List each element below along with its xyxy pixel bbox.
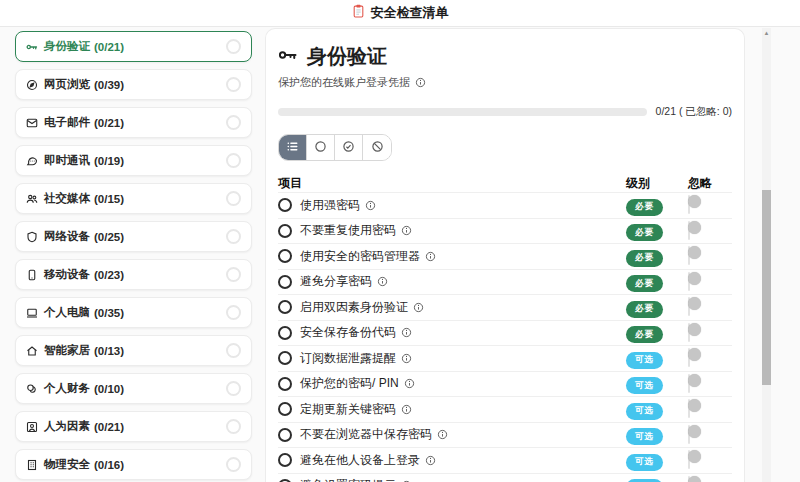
level-badge: 必要 <box>626 275 663 292</box>
coins-icon <box>26 383 38 395</box>
item-label: 启用双因素身份验证 <box>300 299 408 316</box>
ignore-toggle[interactable] <box>688 272 690 291</box>
progress-row: 0/21 ( 已忽略: 0) <box>278 105 732 119</box>
sidebar-item-3[interactable]: 即时通讯 (0/19) <box>15 145 252 176</box>
ignore-toggle[interactable] <box>688 399 690 418</box>
item-checkbox[interactable] <box>278 300 292 314</box>
ignore-toggle[interactable] <box>688 425 690 444</box>
sidebar-item-11[interactable]: 物理安全 (0/16) <box>15 449 252 480</box>
checklist-row: 启用双因素身份验证 必要 <box>278 294 732 320</box>
sidebar-item-10[interactable]: 人为因素 (0/21) <box>15 411 252 442</box>
info-icon[interactable] <box>413 302 424 313</box>
section-title: 身份验证 <box>307 43 387 70</box>
progress-ring-icon <box>226 419 241 434</box>
ignore-toggle[interactable] <box>688 195 690 214</box>
envelope-icon <box>26 117 38 129</box>
info-icon[interactable] <box>415 77 426 88</box>
shield-icon <box>26 231 38 243</box>
sidebar-item-1[interactable]: 网页浏览 (0/39) <box>15 69 252 100</box>
level-badge: 必要 <box>626 250 663 267</box>
level-badge: 必要 <box>626 199 663 216</box>
app-header: 安全检查清单 <box>0 0 800 27</box>
table-header: 项目 级别 忽略 <box>278 174 732 192</box>
progress-bar <box>278 108 647 116</box>
info-icon[interactable] <box>401 404 412 415</box>
sidebar-item-label: 人为因素 <box>44 419 90 434</box>
ignore-toggle[interactable] <box>688 323 690 342</box>
filter-todo-button[interactable] <box>307 135 335 160</box>
key-icon <box>278 45 298 69</box>
progress-ring-icon <box>226 343 241 358</box>
key-icon <box>26 41 38 53</box>
desktop-icon <box>26 307 38 319</box>
checklist-row: 避免分享密码 必要 <box>278 269 732 295</box>
sidebar-item-4[interactable]: 社交媒体 (0/15) <box>15 183 252 214</box>
sidebar-item-count: (0/19) <box>94 155 124 167</box>
progress-ring-icon <box>226 191 241 206</box>
mobile-icon <box>26 269 38 281</box>
list-icon <box>286 140 299 156</box>
circle-icon <box>314 140 327 156</box>
info-icon[interactable] <box>365 200 376 211</box>
sidebar-item-9[interactable]: 个人财务 (0/10) <box>15 373 252 404</box>
sidebar-item-0[interactable]: 身份验证 (0/21) <box>15 31 252 62</box>
building-icon <box>26 459 38 471</box>
users-icon <box>26 193 38 205</box>
item-label: 避免分享密码 <box>300 273 372 290</box>
checklist-row: 保护您的密码/ PIN 可选 <box>278 371 732 397</box>
item-checkbox[interactable] <box>278 377 292 391</box>
section-title-row: 身份验证 <box>278 43 732 70</box>
info-icon[interactable] <box>425 455 436 466</box>
progress-ring-icon <box>226 115 241 130</box>
ignore-toggle[interactable] <box>688 476 690 482</box>
item-checkbox[interactable] <box>278 402 292 416</box>
info-icon[interactable] <box>425 251 436 262</box>
info-icon[interactable] <box>401 327 412 338</box>
section-subtitle-row: 保护您的在线账户登录凭据 <box>278 75 732 90</box>
info-icon[interactable] <box>401 225 412 236</box>
item-checkbox[interactable] <box>278 428 292 442</box>
filter-ignored-button[interactable] <box>363 135 391 160</box>
item-checkbox[interactable] <box>278 326 292 340</box>
item-label: 避免设置密码提示 <box>300 477 396 482</box>
sidebar-item-label: 物理安全 <box>44 457 90 472</box>
sidebar-item-count: (0/21) <box>94 41 124 53</box>
ignore-toggle[interactable] <box>688 450 690 469</box>
sidebar-item-count: (0/21) <box>94 421 124 433</box>
page-scrollbar[interactable]: ▲ <box>762 28 771 482</box>
item-checkbox[interactable] <box>278 249 292 263</box>
info-icon[interactable] <box>377 276 388 287</box>
sidebar-item-7[interactable]: 个人电脑 (0/35) <box>15 297 252 328</box>
sidebar-item-5[interactable]: 网络设备 (0/25) <box>15 221 252 252</box>
info-icon[interactable] <box>404 378 415 389</box>
checklist-row: 避免在他人设备上登录 可选 <box>278 447 732 473</box>
column-header-ignore: 忽略 <box>688 175 732 192</box>
sidebar-item-count: (0/15) <box>94 193 124 205</box>
item-checkbox[interactable] <box>278 198 292 212</box>
scrollbar-up-arrow[interactable]: ▲ <box>762 29 771 37</box>
sidebar-item-2[interactable]: 电子邮件 (0/21) <box>15 107 252 138</box>
item-checkbox[interactable] <box>278 275 292 289</box>
sidebar-item-label: 社交媒体 <box>44 191 90 206</box>
app-window: 安全检查清单 身份验证 (0/21) 网页浏览 (0/39) 电子邮件 (0/2… <box>0 0 800 482</box>
item-checkbox[interactable] <box>278 351 292 365</box>
sidebar-item-8[interactable]: 智能家居 (0/13) <box>15 335 252 366</box>
info-icon[interactable] <box>401 353 412 364</box>
ignore-toggle[interactable] <box>688 348 690 367</box>
sidebar-item-count: (0/16) <box>94 459 124 471</box>
sidebar-item-label: 网络设备 <box>44 229 90 244</box>
filter-all-button[interactable] <box>279 135 307 160</box>
ignore-toggle[interactable] <box>688 221 690 240</box>
item-checkbox[interactable] <box>278 224 292 238</box>
sidebar-item-label: 移动设备 <box>44 267 90 282</box>
ignore-toggle[interactable] <box>688 297 690 316</box>
sidebar-item-6[interactable]: 移动设备 (0/23) <box>15 259 252 290</box>
ignore-toggle[interactable] <box>688 246 690 265</box>
progress-ring-icon <box>226 77 241 92</box>
filter-done-button[interactable] <box>335 135 363 160</box>
checklist-row: 不要在浏览器中保存密码 可选 <box>278 422 732 448</box>
ignore-toggle[interactable] <box>688 374 690 393</box>
scrollbar-thumb[interactable] <box>762 190 771 385</box>
info-icon[interactable] <box>437 429 448 440</box>
item-checkbox[interactable] <box>278 453 292 467</box>
